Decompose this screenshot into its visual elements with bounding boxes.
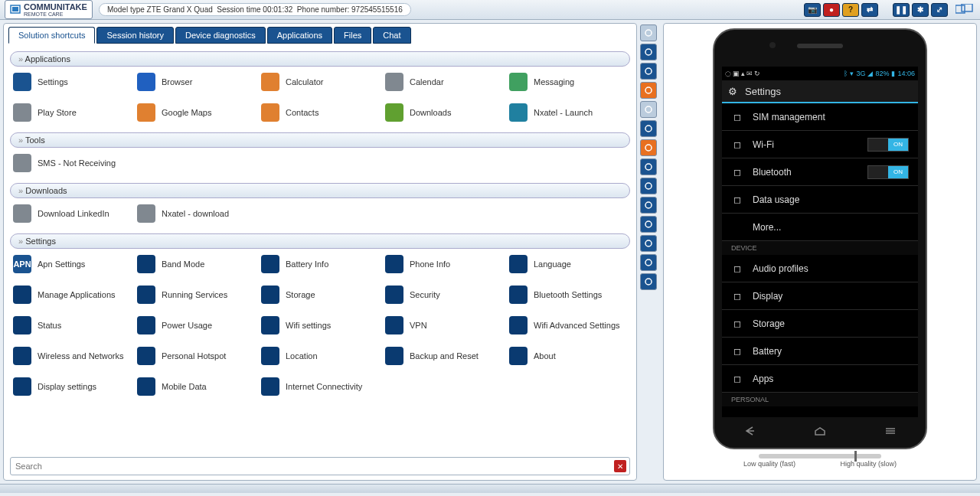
www-icon[interactable] bbox=[640, 197, 657, 214]
clear-search-button[interactable]: ✕ bbox=[614, 460, 626, 472]
tab-session-history[interactable]: Session history bbox=[96, 27, 174, 44]
shortcut-manage-applications[interactable]: Manage Applications bbox=[10, 279, 134, 310]
shortcut-browser[interactable]: Browser bbox=[134, 67, 258, 97]
target-icon[interactable] bbox=[640, 139, 657, 156]
shortcut-download-linkedin[interactable]: Download LinkedIn bbox=[10, 198, 134, 229]
fillcircle-icon[interactable] bbox=[640, 120, 657, 137]
windows-icon[interactable] bbox=[954, 3, 975, 17]
shortcut-mobile-data[interactable]: Mobile Data bbox=[134, 371, 258, 402]
shortcut-band-mode[interactable]: Band Mode bbox=[134, 249, 258, 279]
shortcut-power-usage[interactable]: Power Usage bbox=[134, 310, 258, 341]
settings-row-storage[interactable]: ◻Storage bbox=[722, 310, 918, 338]
shortcut-language[interactable]: Language bbox=[506, 249, 630, 279]
shortcut-wifi-advanced-settings[interactable]: Wifi Advanced Settings bbox=[506, 310, 630, 341]
gear-icon bbox=[13, 73, 31, 91]
shortcut-wifi-settings[interactable]: Wifi settings bbox=[258, 310, 382, 341]
search-input[interactable] bbox=[11, 462, 614, 471]
whatsapp-icon: ◌ bbox=[725, 70, 731, 77]
settings-row-sim-management[interactable]: ◻SIM management bbox=[722, 103, 918, 131]
shortcut-settings[interactable]: Settings bbox=[10, 67, 134, 97]
shortcut-calculator[interactable]: Calculator bbox=[258, 67, 382, 97]
shortcut-calendar[interactable]: Calendar bbox=[382, 67, 506, 97]
toggle[interactable]: ON bbox=[867, 165, 909, 179]
toggle[interactable]: ON bbox=[867, 138, 909, 152]
text-icon[interactable] bbox=[640, 216, 657, 233]
shortcut-downloads[interactable]: Downloads bbox=[382, 97, 506, 128]
shortcut-nxatel-download[interactable]: Nxatel - download bbox=[134, 198, 258, 229]
line-icon[interactable] bbox=[640, 82, 657, 99]
shortcut-messaging[interactable]: Messaging bbox=[506, 67, 630, 97]
shortcut-personal-hotspot[interactable]: Personal Hotspot bbox=[134, 341, 258, 371]
shortcut-status[interactable]: Status bbox=[10, 310, 134, 341]
location-icon bbox=[261, 347, 279, 365]
settings-row-more-[interactable]: More... bbox=[722, 214, 918, 241]
snowflake-icon[interactable]: ✱ bbox=[912, 3, 929, 17]
shortcut-nxatel-launch[interactable]: Nxatel - Launch bbox=[506, 97, 630, 128]
shortcut-label: Battery Info bbox=[286, 259, 328, 269]
tab-device-diagnostics[interactable]: Device diagnostics bbox=[175, 27, 266, 44]
network-icon[interactable] bbox=[640, 178, 657, 194]
phone-screen[interactable]: ◌ ▣ ▴ ✉ ↻ ᛒ ▾ 3G ◢ 82% ▮ 14:06 bbox=[722, 67, 918, 417]
contacts-icon bbox=[261, 103, 279, 122]
wave-icon[interactable] bbox=[640, 44, 657, 60]
blank-icon bbox=[731, 221, 743, 233]
shortcut-about[interactable]: About bbox=[506, 341, 630, 371]
left-panel: Solution shortcutsSession historyDevice … bbox=[3, 23, 637, 481]
shortcut-label: Language bbox=[534, 259, 571, 269]
shortcut-sms-not-receiving[interactable]: SMS - Not Receiving bbox=[10, 148, 134, 178]
settings-row-wi-fi[interactable]: ◻Wi-FiON bbox=[722, 131, 918, 158]
shortcut-play-store[interactable]: Play Store bbox=[10, 97, 134, 128]
tab-files[interactable]: Files bbox=[334, 27, 371, 44]
record-icon[interactable]: ● bbox=[823, 3, 840, 17]
tab-solution-shortcuts[interactable]: Solution shortcuts bbox=[8, 27, 95, 44]
settings-row-data-usage[interactable]: ◻Data usage bbox=[722, 186, 918, 214]
shortcut-backup-and-reset[interactable]: Backup and Reset bbox=[382, 341, 506, 371]
back-button[interactable] bbox=[742, 426, 757, 436]
menu-button[interactable] bbox=[883, 426, 898, 436]
shortcut-security[interactable]: Security bbox=[382, 279, 506, 310]
home-button[interactable] bbox=[812, 426, 828, 436]
shortcut-label: Nxatel - Launch bbox=[534, 108, 593, 117]
settings-row-audio-profiles[interactable]: ◻Audio profiles bbox=[722, 255, 918, 282]
shortcut-google-maps[interactable]: Google Maps bbox=[134, 97, 258, 128]
pointer-icon[interactable] bbox=[640, 24, 657, 41]
shortcut-label: Running Services bbox=[162, 290, 227, 299]
shortcut-running-services[interactable]: Running Services bbox=[134, 279, 258, 310]
help-icon[interactable]: ? bbox=[842, 3, 859, 17]
undo-icon[interactable] bbox=[640, 235, 657, 252]
shortcut-apn-settings[interactable]: APNApn Settings bbox=[10, 249, 134, 279]
shortcut-battery-info[interactable]: Battery Info bbox=[258, 249, 382, 279]
shortcut-wireless-and-networks[interactable]: Wireless and Networks bbox=[10, 341, 134, 371]
quality-slider[interactable] bbox=[759, 454, 881, 458]
tabs: Solution shortcutsSession historyDevice … bbox=[4, 24, 636, 44]
shortcut-contacts[interactable]: Contacts bbox=[258, 97, 382, 128]
rect-icon[interactable] bbox=[640, 101, 657, 118]
mobiledata-icon bbox=[137, 377, 155, 396]
bluetooth-status-icon: ᛒ bbox=[844, 70, 848, 77]
circle-icon[interactable] bbox=[640, 63, 657, 80]
shortcut-label: Wifi settings bbox=[286, 321, 331, 330]
expand-icon[interactable]: ⤢ bbox=[931, 3, 948, 17]
shortcut-display-settings[interactable]: Display settings bbox=[10, 371, 134, 402]
home-icon[interactable] bbox=[640, 254, 657, 271]
tab-applications[interactable]: Applications bbox=[267, 27, 332, 44]
list-icon[interactable] bbox=[640, 273, 657, 290]
tab-chat[interactable]: Chat bbox=[373, 27, 410, 44]
settings-row-bluetooth[interactable]: ◻BluetoothON bbox=[722, 158, 918, 186]
camera-icon[interactable]: 📷 bbox=[804, 3, 821, 17]
shortcut-location[interactable]: Location bbox=[258, 341, 382, 371]
shortcut-vpn[interactable]: VPN bbox=[382, 310, 506, 341]
settings-row-apps[interactable]: ◻Apps bbox=[722, 365, 918, 393]
shortcut-phone-info[interactable]: Phone Info bbox=[382, 249, 506, 279]
pause-icon[interactable]: ❚❚ bbox=[893, 3, 910, 17]
shortcut-internet-connectivity[interactable]: Internet Connectivity bbox=[258, 371, 382, 402]
settings-row-display[interactable]: ◻Display bbox=[722, 282, 918, 310]
transfer-icon[interactable]: ⇄ bbox=[861, 3, 878, 17]
shortcut-label: Messaging bbox=[534, 77, 574, 86]
power-icon bbox=[137, 316, 155, 334]
shortcut-storage[interactable]: Storage bbox=[258, 279, 382, 310]
svg-point-5 bbox=[645, 49, 652, 55]
shortcut-bluetooth-settings[interactable]: Bluetooth Settings bbox=[506, 279, 630, 310]
dotcircle-icon[interactable] bbox=[640, 158, 657, 175]
settings-row-battery[interactable]: ◻Battery bbox=[722, 338, 918, 365]
